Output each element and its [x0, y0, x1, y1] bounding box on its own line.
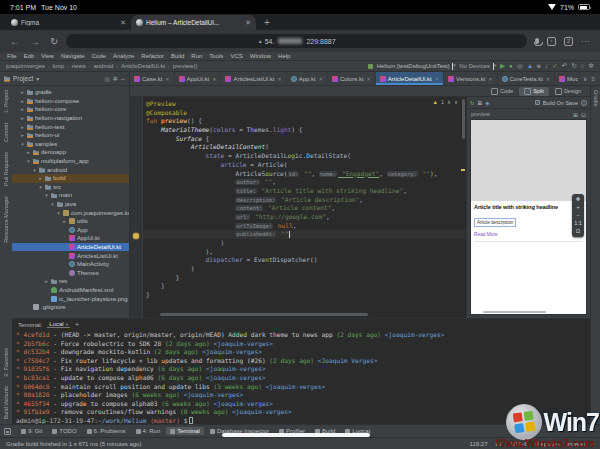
tree-item-com-joaquimverges-km[interactable]: ▾com.joaquimverges.km — [12, 208, 129, 217]
tree-item-multiplatform-app[interactable]: ▾multiplatform_app — [12, 157, 129, 166]
menu-item-window[interactable]: Window — [250, 53, 271, 59]
tree-item-androidmanifest-xml[interactable]: AndroidManifest.xml — [12, 286, 129, 295]
browser-tab-helium[interactable]: Helium – ArticleDetailUi... ✕ — [131, 15, 256, 30]
terminal-tab-local[interactable]: Local ▾ — [47, 321, 70, 328]
tool-window-button-4-run[interactable]: 4: Run — [132, 427, 165, 435]
tool-window-button-todo[interactable]: TODO — [48, 427, 80, 435]
menu-item-code[interactable]: Code — [92, 53, 106, 59]
tree-chevron-icon[interactable]: ▾ — [26, 158, 31, 164]
project-panel-header[interactable]: Project ▾ ◎ ✲ ─ — [0, 72, 130, 85]
profiler-icon[interactable]: ▲ — [527, 63, 533, 70]
settings-icon[interactable]: ✲ — [589, 63, 594, 70]
tree-chevron-icon[interactable]: ▸ — [20, 124, 25, 130]
tree-chevron-icon[interactable]: ▸ — [20, 115, 25, 121]
url-field[interactable]: ▲ 54. 229:8887 — [66, 34, 527, 48]
editor-horizontal-scrollbar[interactable] — [160, 313, 368, 316]
tree-chevron-icon[interactable]: ▸ — [20, 98, 25, 104]
undo-icon[interactable]: ↶ — [562, 63, 567, 70]
chevron-down-icon[interactable]: ▾ — [36, 75, 39, 82]
tree-chevron-icon[interactable]: ▾ — [50, 201, 55, 207]
close-icon[interactable]: ✕ — [212, 76, 216, 82]
preview-canvas[interactable]: Article title with striking headline Art… — [470, 119, 587, 315]
gradle-build-status[interactable]: Gradle build finished in 1 s 671 ms (5 m… — [6, 441, 141, 447]
tree-chevron-icon[interactable]: ▾ — [38, 184, 43, 190]
intention-bulb-icon[interactable] — [133, 233, 139, 239]
breadcrumb-item[interactable]: kmp — [53, 63, 64, 69]
breadcrumb-item[interactable]: ArticleDetailUi.kt — [121, 63, 165, 69]
menu-item-run[interactable]: Run — [191, 53, 202, 59]
warning-stripe-mark[interactable] — [461, 169, 465, 171]
tool-window-button-9-git[interactable]: 9: Git — [17, 427, 46, 435]
tree-item-articledetailui-kt[interactable]: ArticleDetailUi.kt — [12, 243, 129, 252]
pin-preview-icon[interactable]: ⊞ — [573, 111, 578, 118]
info-icon[interactable]: i — [581, 100, 587, 106]
tree-item-build[interactable]: ▸build — [12, 174, 129, 183]
file-tab-articleslistui-kt[interactable]: ArticlesListUi.kt✕ — [221, 72, 286, 85]
hide-panel-icon[interactable]: ─ — [121, 76, 125, 82]
history-icon[interactable]: ↻ — [571, 63, 576, 70]
stripe-item-1-project[interactable]: 1: Project — [3, 90, 9, 113]
pan-hand-icon[interactable]: ✥ — [576, 197, 581, 202]
reload-button[interactable]: ↻ — [50, 36, 58, 47]
tree-item-src[interactable]: ▾src — [12, 183, 129, 192]
tree-chevron-icon[interactable]: ▸ — [62, 218, 67, 224]
tool-window-button-terminal[interactable]: Terminal — [166, 427, 204, 435]
prev-issue-icon[interactable]: ∧ — [447, 99, 451, 105]
stripe-item-build-variants[interactable]: Build Variants — [3, 386, 9, 420]
run-configuration-select[interactable]: Helium [testDebugUnitTest] ▼ — [377, 63, 454, 70]
zoom-in-icon[interactable]: + — [576, 205, 579, 210]
close-icon[interactable]: ✕ — [319, 76, 323, 82]
close-icon[interactable]: ✕ — [245, 19, 251, 27]
tree-item-helium-test[interactable]: ▸helium-test — [12, 122, 129, 131]
inspections-widget[interactable]: ▲ 1 ∧ ∨ — [432, 99, 458, 105]
file-tab-colors-kt[interactable]: Colors.kt✕ — [328, 72, 376, 85]
file-tab-appui-kt[interactable]: AppUi.kt✕ — [175, 72, 222, 85]
file-tab-mocking-kt[interactable]: Mocking.kt✕ — [555, 72, 578, 85]
tree-item-app[interactable]: App — [12, 226, 129, 235]
zoom-fit-icon[interactable]: ⊡ — [576, 229, 581, 234]
tree-chevron-icon[interactable]: ▸ — [38, 175, 43, 181]
tree-chevron-icon[interactable]: ▾ — [56, 210, 61, 216]
git-update-icon[interactable]: ↓ — [545, 63, 548, 70]
file-tab-articledetailui-kt[interactable]: ArticleDetailUi.kt✕ — [376, 72, 444, 85]
browser-menu-icon[interactable]: ⋯ — [581, 37, 590, 46]
tree-item-demoapp[interactable]: ▸demoapp — [12, 148, 129, 157]
menu-item-file[interactable]: File — [7, 53, 17, 59]
device-select[interactable]: No Devices ▼ — [459, 63, 494, 70]
menu-item-build[interactable]: Build — [171, 53, 184, 59]
tree-chevron-icon[interactable]: ▸ — [44, 278, 49, 284]
tree-item--gitignore[interactable]: .gitignore — [12, 303, 129, 312]
next-issue-icon[interactable]: ∨ — [454, 99, 458, 105]
file-tab-app-kt[interactable]: App.kt✕ — [287, 72, 328, 85]
file-tab-coretests-kt[interactable]: CoreTests.kt✕ — [498, 72, 556, 85]
build-on-save-checkbox[interactable]: ✓ — [535, 100, 540, 105]
tree-item-helium-navigation[interactable]: ▸helium-navigation — [12, 114, 129, 123]
tab-list-chevron-icon[interactable]: ∨ — [583, 75, 587, 82]
tree-item-mainactivity[interactable]: MainActivity — [12, 260, 129, 269]
stripe-item-commit[interactable]: Commit — [3, 123, 9, 142]
tree-item-res[interactable]: ▸res — [12, 277, 129, 286]
close-icon[interactable]: ✕ — [546, 76, 550, 82]
menu-item-view[interactable]: View — [41, 53, 54, 59]
stop-icon[interactable]: ■ — [537, 63, 541, 70]
git-commit-icon[interactable]: ✓ — [552, 63, 557, 70]
close-icon[interactable]: ✕ — [120, 19, 126, 27]
view-mode-design[interactable]: Design — [550, 87, 586, 96]
voice-search-icon[interactable] — [535, 38, 539, 44]
tree-item-android[interactable]: ▾android — [12, 165, 129, 174]
tree-chevron-icon[interactable]: ▾ — [20, 141, 25, 147]
new-tab-button[interactable]: + — [264, 17, 270, 28]
tree-item-articleslistui-kt[interactable]: ArticlesListUi.kt — [12, 251, 129, 260]
view-mode-split[interactable]: Split — [519, 87, 549, 96]
tree-item-themes[interactable]: Themes — [12, 268, 129, 277]
stripe-item-pull-requests[interactable]: Pull Requests — [3, 152, 9, 186]
coverage-icon[interactable]: ◎ — [517, 63, 523, 70]
tool-window-button-6-problems[interactable]: 6: Problems — [83, 427, 130, 435]
status-item-119-27[interactable]: 119:27 — [470, 441, 488, 447]
file-tab-case-kt[interactable]: Case.kt✕ — [130, 72, 175, 85]
tab-options-icon[interactable]: ≡ — [591, 76, 595, 82]
close-icon[interactable]: ✕ — [277, 76, 281, 82]
breadcrumb-item[interactable]: joaquimverges — [6, 63, 45, 69]
breadcrumb-item[interactable]: preview() — [173, 63, 198, 69]
expand-preview-icon[interactable]: ⊡ — [581, 111, 586, 118]
